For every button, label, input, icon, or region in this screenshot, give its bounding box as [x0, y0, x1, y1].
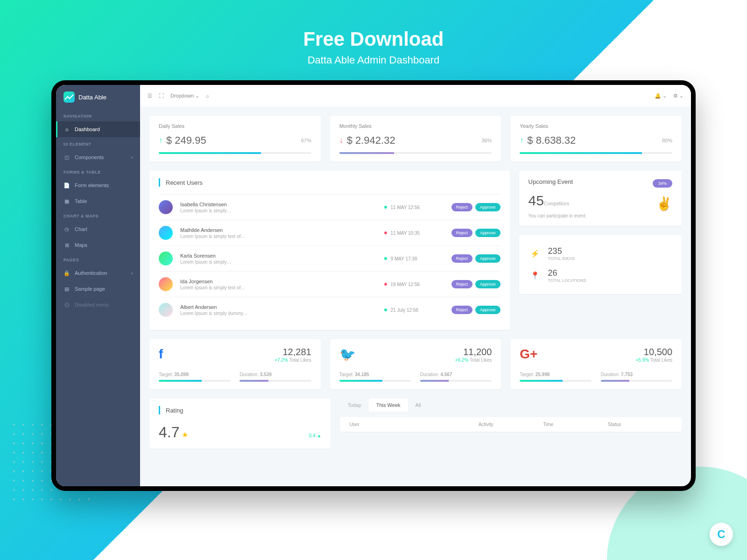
social-card-fb: f12,281+7.2% Total Likes Target: 35.098 …: [149, 339, 321, 389]
progress-bar: [601, 380, 629, 382]
duration-label: Duration:: [420, 372, 439, 377]
stat-value: 235: [548, 246, 575, 256]
duration-value: 4.567: [440, 372, 452, 377]
star-icon: ★: [182, 431, 188, 439]
progress-bar: [339, 380, 382, 382]
th-time: Time: [543, 422, 607, 427]
arrow-up-icon: ↑: [520, 136, 523, 145]
power-icon: ⏻: [63, 301, 70, 308]
user-date: 11 MAY 10:35: [391, 231, 433, 236]
sales-card-2: Yearly Sales ↑$ 8.638.3280%: [510, 116, 682, 161]
home-icon: ⌂: [63, 126, 70, 133]
approve-button[interactable]: Approve: [475, 203, 500, 211]
peace-icon: ✌: [653, 196, 672, 211]
sidebar: Datta Able NAVIGATION⌂DashboardUI ELEMEN…: [56, 85, 140, 486]
sidebar-item-chart[interactable]: ◷Chart: [56, 221, 140, 237]
reject-button[interactable]: Reject: [451, 306, 473, 314]
pin-icon: 📍: [529, 269, 542, 282]
user-row: Karla SorensenLorem Ipsum is simply… 9 M…: [159, 245, 500, 271]
sidebar-item-form-elements[interactable]: 📄Form elements: [56, 177, 140, 193]
approve-button[interactable]: Approve: [475, 254, 500, 263]
tab-today[interactable]: Today: [340, 399, 368, 412]
hero-subtitle: Datta Able Admin Dashboard: [0, 54, 747, 66]
stat-row: 📍26TOTAL LOCATIONS: [529, 265, 672, 287]
sidebar-item-authentication[interactable]: 🔒Authentication›: [56, 265, 140, 281]
user-desc: Lorem Ipsum is simply text of…: [180, 285, 384, 290]
target-label: Target:: [520, 372, 534, 377]
sidebar-item-label: Dashboard: [75, 126, 100, 132]
fullscreen-icon[interactable]: ⛶: [159, 93, 164, 98]
status-dot: [384, 206, 387, 209]
stat-label: TOTAL IDEAS: [548, 256, 575, 261]
reject-button[interactable]: Reject: [451, 229, 473, 237]
sales-card-1: Monthly Sales ↓$ 2.942.3236%: [330, 116, 501, 161]
status-dot: [384, 283, 387, 286]
user-date: 9 MAY 17:38: [391, 256, 433, 261]
hero-banner: Free Download Datta Able Admin Dashboard: [0, 0, 747, 80]
menu-toggle-icon[interactable]: ☰: [148, 93, 152, 99]
recent-users-card: Recent Users Isabella ChristensenLorem I…: [149, 171, 510, 330]
target-label: Target:: [339, 372, 354, 377]
duration-value: 7.753: [621, 372, 633, 377]
brand-text: Datta Able: [78, 94, 106, 101]
sidebar-item-sample-page[interactable]: ▤Sample page: [56, 281, 140, 297]
tw-icon: 🐦: [339, 347, 356, 363]
search-icon[interactable]: ⌕: [206, 93, 209, 98]
sidebar-item-table[interactable]: ▦Table: [56, 193, 140, 209]
footer-logo[interactable]: C: [710, 523, 733, 546]
sidebar-item-components[interactable]: ◫Components›: [56, 149, 140, 165]
social-number: 10,500: [636, 347, 673, 357]
user-date: 19 MAY 12:56: [391, 282, 433, 287]
notification-icon[interactable]: 🔔 ⌄: [655, 93, 667, 99]
chevron-right-icon: ›: [131, 271, 133, 276]
sidebar-item-dashboard[interactable]: ⌂Dashboard: [56, 121, 140, 137]
reject-button[interactable]: Reject: [451, 203, 473, 211]
progress-bar: [159, 152, 261, 154]
user-date: 11 MAY 12:56: [391, 205, 433, 210]
target-label: Target:: [159, 372, 173, 377]
dropdown-toggle[interactable]: Dropdown ⌄: [170, 93, 199, 99]
sidebar-item-maps[interactable]: ⊞Maps: [56, 237, 140, 253]
sales-pct: 67%: [301, 138, 311, 143]
event-value: 45: [529, 193, 544, 208]
approve-button[interactable]: Approve: [475, 280, 500, 288]
recent-users-title: Recent Users: [166, 179, 203, 186]
box-icon: ◫: [63, 154, 70, 161]
duration-value: 3.539: [260, 372, 272, 377]
progress-bar: [520, 380, 563, 382]
social-change: +7.2%: [275, 357, 288, 363]
user-row: Ida JorgensenLorem Ipsum is simply text …: [159, 271, 500, 297]
tab-week[interactable]: This Week: [369, 399, 408, 412]
user-date: 21 July 12:56: [391, 308, 433, 313]
rating-change: 0.4 ▲: [309, 433, 322, 438]
reject-button[interactable]: Reject: [451, 280, 473, 288]
target-value: 25.998: [536, 372, 550, 377]
th-user: User: [349, 422, 479, 427]
event-badge: 34%: [653, 179, 672, 188]
user-row: Mathilde AndersenLorem Ipsum is simply t…: [159, 220, 500, 245]
sidebar-item-label: Authentication: [75, 270, 107, 276]
sales-label: Yearly Sales: [520, 123, 672, 129]
hero-title: Free Download: [0, 28, 747, 50]
sidebar-item-label: Sample page: [75, 286, 105, 292]
file-icon: 📄: [63, 182, 70, 189]
sales-value: $ 249.95: [166, 134, 206, 147]
settings-icon[interactable]: ⚙ ⌄: [673, 93, 684, 99]
progress-bar: [339, 152, 395, 154]
user-name: Albert Andersen: [180, 304, 384, 310]
sidebar-item-label: Maps: [75, 242, 87, 248]
approve-button[interactable]: Approve: [475, 229, 500, 237]
status-dot: [384, 231, 387, 234]
sales-card-0: Daily Sales ↑$ 249.9567%: [149, 116, 321, 161]
duration-label: Duration:: [240, 372, 259, 377]
sidebar-item-label: Components: [75, 154, 104, 160]
reject-button[interactable]: Reject: [451, 254, 473, 263]
brand-logo[interactable]: Datta Able: [56, 85, 140, 109]
approve-button[interactable]: Approve: [475, 306, 500, 314]
avatar: [159, 226, 173, 240]
sales-pct: 36%: [481, 138, 492, 143]
user-desc: Lorem Ipsum is simply text of…: [180, 234, 384, 239]
tab-all[interactable]: All: [408, 399, 429, 412]
lock-icon: 🔒: [63, 270, 70, 276]
sidebar-item-label: Form elements: [75, 182, 109, 188]
